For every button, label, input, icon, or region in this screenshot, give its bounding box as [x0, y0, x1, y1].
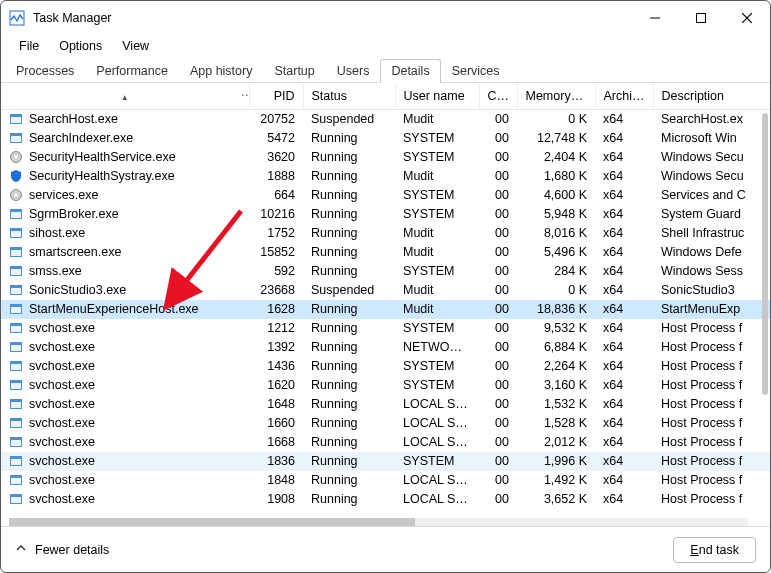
column-header-name[interactable]: ▲Name [1, 83, 249, 110]
tab-app-history[interactable]: App history [179, 59, 264, 83]
process-icon [9, 492, 23, 506]
cell-cpu: 00 [479, 319, 517, 338]
cell-memory: 1,528 K [517, 414, 595, 433]
process-row[interactable]: svchost.exe1848RunningLOCAL SE...001,492… [1, 471, 770, 490]
process-row[interactable]: svchost.exe1908RunningLOCAL SE...003,652… [1, 490, 770, 509]
horizontal-scrollbar[interactable] [9, 518, 748, 526]
cell-status: Suspended [303, 110, 395, 129]
cell-status: Running [303, 319, 395, 338]
process-name: smss.exe [29, 264, 82, 278]
svg-rect-8 [11, 134, 22, 137]
cell-arch: x64 [595, 129, 653, 148]
cell-user: Mudit [395, 243, 479, 262]
process-icon [9, 321, 23, 335]
cell-description: Host Process f [653, 471, 770, 490]
process-icon [9, 302, 23, 316]
column-header-mem[interactable]: Memory (a... [517, 83, 595, 110]
cell-arch: x64 [595, 395, 653, 414]
cell-status: Running [303, 376, 395, 395]
process-row[interactable]: SearchIndexer.exe5472RunningSYSTEM0012,7… [1, 129, 770, 148]
svg-rect-28 [11, 343, 22, 346]
process-row[interactable]: services.exe664RunningSYSTEM004,600 Kx64… [1, 186, 770, 205]
cell-description: Shell Infrastruc [653, 224, 770, 243]
menu-options[interactable]: Options [49, 37, 112, 55]
column-header-cpu[interactable]: CPU [479, 83, 517, 110]
cell-status: Running [303, 357, 395, 376]
cell-pid: 1628 [249, 300, 303, 319]
column-header-status[interactable]: Status [303, 83, 395, 110]
process-row[interactable]: svchost.exe1836RunningSYSTEM001,996 Kx64… [1, 452, 770, 471]
cell-memory: 5,948 K [517, 205, 595, 224]
process-name: svchost.exe [29, 321, 95, 335]
cell-cpu: 00 [479, 433, 517, 452]
menu-file[interactable]: File [9, 37, 49, 55]
cell-pid: 20752 [249, 110, 303, 129]
cell-arch: x64 [595, 243, 653, 262]
process-row[interactable]: smss.exe592RunningSYSTEM00284 Kx64Window… [1, 262, 770, 281]
process-row[interactable]: sihost.exe1752RunningMudit008,016 Kx64Sh… [1, 224, 770, 243]
maximize-button[interactable] [678, 1, 724, 35]
cell-arch: x64 [595, 186, 653, 205]
process-row[interactable]: SecurityHealthSystray.exe1888RunningMudi… [1, 167, 770, 186]
process-row[interactable]: svchost.exe1620RunningSYSTEM003,160 Kx64… [1, 376, 770, 395]
minimize-button[interactable] [632, 1, 678, 35]
cell-arch: x64 [595, 148, 653, 167]
details-grid[interactable]: ▲NamePIDStatusUser nameCPUMemory (a...Ar… [1, 83, 770, 518]
column-header-pid[interactable]: PID [249, 83, 303, 110]
cell-user: SYSTEM [395, 357, 479, 376]
process-name: SecurityHealthService.exe [29, 150, 176, 164]
cell-memory: 3,160 K [517, 376, 595, 395]
process-name: svchost.exe [29, 340, 95, 354]
cell-description: Windows Secu [653, 167, 770, 186]
cell-description: SonicStudio3 [653, 281, 770, 300]
process-name: svchost.exe [29, 397, 95, 411]
process-row[interactable]: svchost.exe1648RunningLOCAL SE...001,532… [1, 395, 770, 414]
process-row[interactable]: smartscreen.exe15852RunningMudit005,496 … [1, 243, 770, 262]
cell-arch: x64 [595, 110, 653, 129]
tab-details[interactable]: Details [380, 59, 440, 83]
process-name: smartscreen.exe [29, 245, 121, 259]
process-row[interactable]: SonicStudio3.exe23668SuspendedMudit000 K… [1, 281, 770, 300]
svg-rect-22 [11, 286, 22, 289]
end-task-button[interactable]: End task [673, 537, 756, 563]
cell-user: SYSTEM [395, 129, 479, 148]
cell-memory: 12,748 K [517, 129, 595, 148]
process-row[interactable]: SearchHost.exe20752SuspendedMudit000 Kx6… [1, 110, 770, 129]
svg-rect-24 [11, 305, 22, 308]
process-row[interactable]: svchost.exe1436RunningSYSTEM002,264 Kx64… [1, 357, 770, 376]
fewer-details-toggle[interactable]: Fewer details [15, 542, 109, 557]
column-header-arch[interactable]: Archite... [595, 83, 653, 110]
cell-description: Host Process f [653, 357, 770, 376]
tab-startup[interactable]: Startup [263, 59, 325, 83]
process-row[interactable]: svchost.exe1660RunningLOCAL SE...001,528… [1, 414, 770, 433]
process-row[interactable]: svchost.exe1212RunningSYSTEM009,532 Kx64… [1, 319, 770, 338]
svg-rect-26 [11, 324, 22, 327]
column-header-desc[interactable]: Description [653, 83, 770, 110]
cell-user: Mudit [395, 167, 479, 186]
close-button[interactable] [724, 1, 770, 35]
cell-status: Running [303, 300, 395, 319]
titlebar: Task Manager [1, 1, 770, 35]
column-header-user[interactable]: User name [395, 83, 479, 110]
cell-pid: 1212 [249, 319, 303, 338]
tab-performance[interactable]: Performance [85, 59, 179, 83]
cell-memory: 18,836 K [517, 300, 595, 319]
process-row[interactable]: svchost.exe1392RunningNETWORK...006,884 … [1, 338, 770, 357]
cell-arch: x64 [595, 376, 653, 395]
process-row[interactable]: StartMenuExperienceHost.exe1628RunningMu… [1, 300, 770, 319]
process-name: sihost.exe [29, 226, 85, 240]
cell-description: Windows Sess [653, 262, 770, 281]
cell-status: Running [303, 243, 395, 262]
vertical-scrollbar[interactable] [762, 113, 768, 516]
menu-view[interactable]: View [112, 37, 159, 55]
process-icon [9, 435, 23, 449]
process-row[interactable]: SgrmBroker.exe10216RunningSYSTEM005,948 … [1, 205, 770, 224]
tab-processes[interactable]: Processes [5, 59, 85, 83]
process-row[interactable]: svchost.exe1668RunningLOCAL SE...002,012… [1, 433, 770, 452]
cell-arch: x64 [595, 433, 653, 452]
cell-status: Running [303, 414, 395, 433]
process-row[interactable]: SecurityHealthService.exe3620RunningSYST… [1, 148, 770, 167]
tab-users[interactable]: Users [326, 59, 381, 83]
tab-services[interactable]: Services [441, 59, 511, 83]
svg-rect-34 [11, 400, 22, 403]
